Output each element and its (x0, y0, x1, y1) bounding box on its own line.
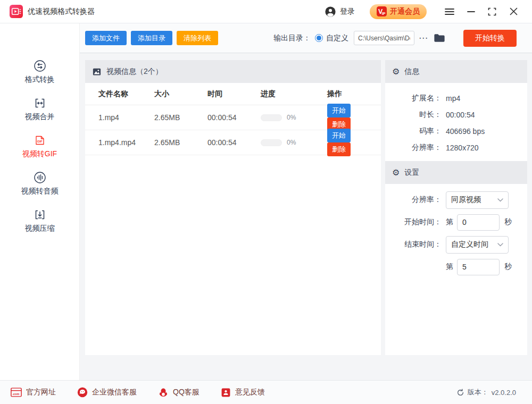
info-row-extension: 扩展名： mp4 (385, 90, 527, 106)
end-time-label: 结束时间： (385, 240, 442, 249)
seconds-suffix: 秒 (504, 262, 512, 272)
sidebar-item-video-merge[interactable]: 视频合并 (0, 97, 79, 123)
seconds-suffix: 秒 (504, 217, 512, 227)
detail-panel: ⚙ 信息 扩展名： mp4 时长： 00:00:54 码率： 406696 bp… (385, 60, 527, 355)
clear-list-button[interactable]: 清除列表 (177, 31, 218, 45)
info-label: 分辨率： (385, 143, 442, 153)
info-value: 00:00:54 (446, 111, 475, 119)
open-vip-label: 开通会员 (390, 7, 420, 16)
table-row: 1.mp4.mp4 2.65MB 00:00:54 0% 开始 删除 (85, 130, 381, 155)
output-dir-label: 输出目录： (273, 33, 311, 43)
sidebar-item-label: 视频转GIF (22, 149, 57, 159)
info-value: 1280x720 (446, 144, 479, 152)
info-row-bitrate: 码率： 406696 bps (385, 123, 527, 139)
close-icon (510, 7, 518, 15)
resolution-selected-value: 同原视频 (451, 195, 481, 205)
video-compress-icon (34, 208, 46, 221)
open-folder-button[interactable] (434, 33, 445, 43)
user-avatar-icon (325, 6, 336, 18)
row-start-button[interactable]: 开始 (327, 129, 351, 142)
content-area: 视频信息（2个） 文件名称 大小 时间 进度 操作 1.mp4 2.65MB 0… (80, 53, 532, 380)
custom-output-radio[interactable] (315, 34, 323, 42)
folder-icon (434, 33, 445, 43)
chevron-down-icon (497, 243, 503, 247)
col-progress: 进度 (261, 89, 327, 99)
sidebar-item-video-compress[interactable]: 视频压缩 (0, 208, 79, 235)
app-title: 优速视频格式转换器 (28, 7, 95, 16)
minimize-button[interactable] (462, 4, 480, 20)
end-time-input[interactable] (457, 259, 500, 275)
file-size: 2.65MB (154, 113, 207, 122)
info-label: 扩展名： (385, 94, 442, 103)
qq-penguin-icon (158, 387, 169, 398)
info-section-title: 信息 (404, 67, 419, 77)
file-name: 1.mp4.mp4 (98, 138, 154, 147)
progress-value: 0% (287, 139, 296, 146)
sidebar-item-label: 格式转换 (25, 75, 55, 85)
video-to-audio-icon (34, 171, 46, 184)
maximize-button[interactable] (483, 4, 501, 20)
qq-service-link[interactable]: QQ客服 (158, 387, 200, 398)
end-time-mode-value: 自定义时间 (451, 240, 488, 249)
ordinal-prefix: 第 (446, 217, 453, 227)
open-vip-button[interactable]: V IP 开通会员 (370, 4, 427, 19)
sidebar-item-video-to-gif[interactable]: GIF 视频转GIF (0, 134, 79, 161)
start-convert-button[interactable]: 开始转换 (463, 30, 517, 47)
info-value: mp4 (446, 94, 460, 103)
resolution-select[interactable]: 同原视频 (446, 191, 509, 209)
progress-value: 0% (287, 114, 296, 121)
row-start-button[interactable]: 开始 (327, 104, 351, 117)
wechat-chat-icon (77, 387, 88, 398)
sidebar-item-video-to-audio[interactable]: 视频转音频 (0, 171, 79, 198)
footer-link-label: QQ客服 (173, 388, 200, 397)
video-merge-icon (34, 97, 46, 110)
menu-button[interactable] (440, 4, 459, 20)
sidebar-item-format-convert[interactable]: 格式转换 (0, 60, 79, 86)
footer-link-label: 意见反馈 (235, 388, 265, 397)
login-button[interactable]: 登录 (325, 6, 355, 18)
custom-output-label: 自定义 (326, 33, 348, 43)
info-label: 时长： (385, 110, 442, 120)
progress-bar (261, 114, 282, 121)
table-column-headers: 文件名称 大小 时间 进度 操作 (85, 83, 381, 105)
file-size: 2.65MB (154, 138, 207, 147)
add-directory-button[interactable]: 添加目录 (131, 31, 172, 45)
file-time: 00:00:54 (207, 113, 261, 122)
setting-row-end-seconds: 第 秒 (385, 258, 527, 276)
settings-section-header: ⚙ 设置 (385, 161, 527, 184)
ordinal-prefix: 第 (446, 262, 453, 272)
sidebar: 格式转换 视频合并 GIF 视频转GIF 视频转音频 (0, 23, 80, 380)
sidebar-item-label: 视频压缩 (25, 224, 55, 233)
footer-link-label: 官方网址 (26, 388, 56, 397)
footer: .com 官方网址 企业微信客服 QQ客服 意见反馈 (0, 380, 532, 404)
official-site-link[interactable]: .com 官方网址 (11, 388, 56, 397)
start-time-input[interactable] (457, 214, 500, 231)
end-time-mode-select[interactable]: 自定义时间 (446, 236, 509, 254)
row-delete-button[interactable]: 删除 (327, 142, 351, 156)
minimize-icon (467, 8, 475, 15)
video-thumbnail-icon (92, 67, 102, 77)
wechat-service-link[interactable]: 企业微信客服 (77, 387, 137, 398)
version-info: 版本： v2.0.2.0 (456, 388, 521, 397)
add-file-button[interactable]: 添加文件 (85, 31, 127, 45)
feedback-link[interactable]: 意见反馈 (221, 388, 265, 398)
svg-text:GIF: GIF (37, 140, 42, 143)
info-section-header: ⚙ 信息 (385, 60, 527, 83)
start-time-label: 开始时间： (385, 217, 442, 227)
info-label: 码率： (385, 127, 442, 136)
close-button[interactable] (504, 4, 522, 20)
refresh-icon (456, 389, 464, 397)
titlebar: 优速视频格式转换器 登录 V IP 开通会员 (0, 0, 532, 23)
toolbar: 添加文件 添加目录 清除列表 输出目录： 自定义 ⋯ 开始转换 (80, 23, 532, 53)
browse-more-button[interactable]: ⋯ (419, 36, 428, 41)
settings-section-title: 设置 (404, 168, 419, 178)
table-row: 1.mp4 2.65MB 00:00:54 0% 开始 删除 (85, 105, 381, 130)
output-path-input[interactable] (354, 31, 414, 45)
video-info-panel: 视频信息（2个） 文件名称 大小 时间 进度 操作 1.mp4 2.65MB 0… (85, 60, 381, 355)
version-value: v2.0.2.0 (492, 389, 516, 397)
info-row-resolution: 分辨率： 1280x720 (385, 139, 527, 156)
col-size: 大小 (154, 89, 207, 99)
vip-badge-icon: V IP (377, 6, 387, 16)
file-time: 00:00:54 (207, 138, 261, 147)
progress-bar (261, 139, 282, 146)
